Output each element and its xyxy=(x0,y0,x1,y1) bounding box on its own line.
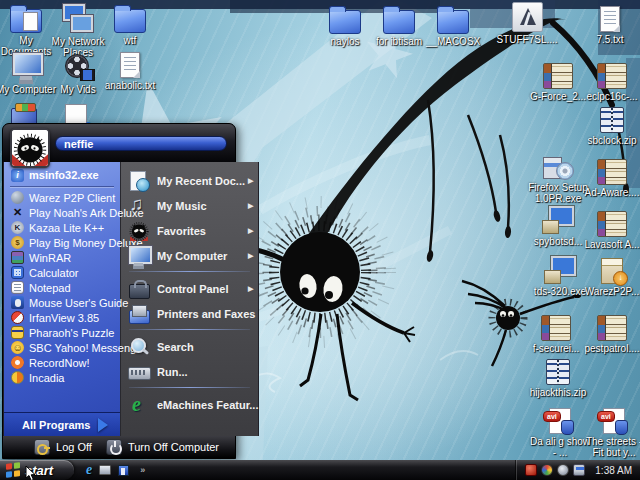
desktop-icon-sbclock-zip[interactable]: sbclock.zip xyxy=(581,104,640,146)
desktop-icon-lavasoft[interactable]: Lavasoft A... xyxy=(581,208,640,250)
start-menu-program-item[interactable]: Calculator xyxy=(4,265,120,280)
start-menu-program-item[interactable]: Mouse User's Guide xyxy=(4,295,120,310)
desktop-icon-stuff7sl[interactable]: STUFF7SL.... xyxy=(496,2,558,45)
start-menu-program-item[interactable]: Incadia xyxy=(4,370,120,385)
desktop-icon-naylos[interactable]: naylos xyxy=(314,5,376,47)
program-icon xyxy=(11,371,24,384)
start-menu-program-item[interactable]: IrfanView 3.85 xyxy=(4,310,120,325)
program-icon xyxy=(11,236,24,249)
start-menu-place-item[interactable]: Favorites ▶ xyxy=(121,218,258,243)
start-menu-place-item[interactable]: My Recent Doc... ▶ xyxy=(121,168,258,193)
start-menu-program-item[interactable]: Pharaoh's Puzzle xyxy=(4,325,120,340)
log-off-button[interactable]: Log Off xyxy=(56,441,92,453)
start-menu-place-item[interactable] xyxy=(121,268,258,276)
start-menu-program-item[interactable]: Kazaa Lite K++ xyxy=(4,220,120,235)
place-label: Control Panel xyxy=(157,283,229,295)
start-menu-program-item[interactable]: Play Big Money Deluxe xyxy=(4,235,120,250)
updater-tray-icon[interactable] xyxy=(557,464,569,476)
program-label: Mouse User's Guide xyxy=(29,297,128,309)
start-menu-place-item[interactable]: Printers and Faxes xyxy=(121,301,258,326)
program-label: Warez P2P Client xyxy=(29,192,115,204)
show-desktop-icon[interactable] xyxy=(99,465,111,475)
quick-launch-app-icon[interactable] xyxy=(118,465,129,476)
desktop-icon-warezp2p[interactable]: WarezP2P... xyxy=(581,256,640,297)
internet-explorer-icon[interactable]: e xyxy=(86,463,92,477)
turn-off-computer-button[interactable]: Turn Off Computer xyxy=(128,441,219,453)
desktop-icon-da-ali-g[interactable]: Da ali g show - ... xyxy=(529,406,591,458)
start-menu-header: neffie xyxy=(3,124,235,162)
desktop-icon-spybotsd[interactable]: spybotsd... xyxy=(527,206,589,247)
program-label: RecordNow! xyxy=(29,357,90,369)
desktop-icon-ad-aware[interactable]: Ad-Aware.... xyxy=(581,156,640,198)
start-menu-program-item[interactable]: WinRAR xyxy=(4,250,120,265)
folder-icon xyxy=(383,10,415,34)
start-menu-place-item[interactable] xyxy=(121,326,258,334)
start-menu-place-item[interactable]: eMachines Featur... xyxy=(121,392,258,417)
desktop-icon-hijackthis[interactable]: hijackthis.zip xyxy=(527,356,589,398)
place-icon xyxy=(128,394,150,416)
turn-off-icon[interactable] xyxy=(106,439,122,455)
desktop-icon-eclpc16c[interactable]: eclpc16c-... xyxy=(581,60,640,102)
my-documents-icon xyxy=(10,9,42,33)
start-menu-right-column: My Recent Doc... ▶ My Music ▶ Favorites xyxy=(120,162,259,436)
start-menu-pinned-item[interactable]: msinfo32.exe xyxy=(4,166,120,184)
place-icon xyxy=(128,220,150,242)
removable-drive-tray-icon[interactable] xyxy=(573,464,585,476)
program-icon xyxy=(11,169,24,182)
start-menu-place-item[interactable]: My Music ▶ xyxy=(121,193,258,218)
archive-icon xyxy=(597,211,627,237)
start-button[interactable]: start xyxy=(0,460,74,480)
folder-icon xyxy=(437,10,469,34)
program-icon xyxy=(11,206,24,219)
desktop-icon-the-streets[interactable]: The streets - Fit but y... xyxy=(583,406,640,458)
program-label: Incadia xyxy=(29,372,64,384)
taskbar-clock[interactable]: 1:38 AM xyxy=(595,465,632,476)
desktop-icon-firefox-setup[interactable]: Firefox Setup 1.0PR.exe xyxy=(527,152,589,204)
program-label: msinfo32.exe xyxy=(29,169,99,181)
desktop-icon-f-secure[interactable]: f-securei... xyxy=(525,312,587,354)
quick-launch-overflow-chevron[interactable]: » xyxy=(140,465,145,475)
submenu-arrow-icon: ▶ xyxy=(248,177,253,185)
program-icon xyxy=(11,296,24,309)
all-programs-button[interactable]: All Programs xyxy=(4,412,120,436)
antivirus-tray-icon[interactable] xyxy=(525,464,537,476)
start-menu-place-item[interactable]: Run... xyxy=(121,359,258,384)
start-menu-program-item[interactable]: SBC Yahoo! Messenger xyxy=(4,340,120,355)
place-label: Run... xyxy=(157,366,188,378)
place-icon xyxy=(128,170,150,192)
desktop-icon-pestpatrol[interactable]: pestpatrol.... xyxy=(581,312,640,354)
installer-cd-icon xyxy=(542,152,574,180)
desktop-icon-g-force[interactable]: G-Force_2... xyxy=(527,60,589,102)
download-box-icon xyxy=(601,258,623,284)
place-label: My Music xyxy=(157,200,207,212)
program-icon xyxy=(11,281,24,294)
start-menu: neffie msinfo32.exe xyxy=(2,123,236,459)
desktop-icon-macosx[interactable]: __MACOSX xyxy=(422,5,484,47)
desktop-icon-7-5-txt[interactable]: 7.5.txt xyxy=(579,4,640,45)
start-menu-place-item[interactable]: My Computer ▶ xyxy=(121,243,258,268)
desktop-icon-for-ibtisam[interactable]: for ibtisam xyxy=(368,5,430,47)
program-label: Pharaoh's Puzzle xyxy=(29,327,114,339)
start-menu-program-item[interactable]: RecordNow! xyxy=(4,355,120,370)
log-off-icon[interactable] xyxy=(34,439,50,455)
start-menu-place-item[interactable] xyxy=(121,384,258,392)
program-label: Notepad xyxy=(29,282,71,294)
text-file-icon xyxy=(600,6,620,32)
program-icon xyxy=(11,191,24,204)
desktop-icon-anabolic-txt[interactable]: anabolic.txt xyxy=(99,50,161,91)
desktop-icon-wtf[interactable]: wtf xyxy=(99,4,161,46)
folder-icon xyxy=(329,10,361,34)
start-menu-program-item[interactable]: Play Noah's Ark Deluxe xyxy=(4,205,120,220)
places-list: My Recent Doc... ▶ My Music ▶ Favorites xyxy=(121,168,258,417)
start-menu-place-item[interactable]: Control Panel ▶ xyxy=(121,276,258,301)
start-menu-program-item[interactable]: Notepad xyxy=(4,280,120,295)
pinwheel-tray-icon[interactable] xyxy=(541,464,553,476)
program-label: Kazaa Lite K++ xyxy=(29,222,104,234)
place-icon xyxy=(128,303,150,325)
place-label: My Recent Doc... xyxy=(157,175,245,187)
start-menu-program-item[interactable]: Warez P2P Client xyxy=(4,190,120,205)
start-menu-place-item[interactable]: Search xyxy=(121,334,258,359)
all-programs-arrow-icon xyxy=(98,418,108,432)
user-name: neffie xyxy=(55,136,227,151)
program-icon xyxy=(11,221,24,234)
